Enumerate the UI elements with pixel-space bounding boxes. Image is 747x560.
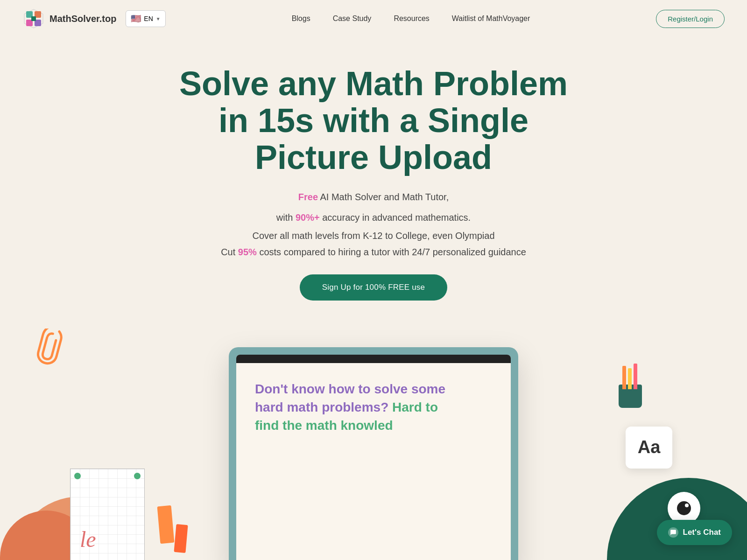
logo-link[interactable]: MathSolver.top <box>22 7 116 30</box>
nav-waitlist[interactable]: Waitlist of MathVoyager <box>452 14 530 22</box>
green-clip-2 <box>134 473 141 479</box>
chat-label: Let's Chat <box>683 528 721 537</box>
paperclip-icon <box>33 329 67 368</box>
tablet-content: Don't know how to solve some hard math p… <box>236 363 511 452</box>
message-icon <box>670 529 677 536</box>
notebook-decoration: le <box>70 469 145 560</box>
pencil-cup <box>619 385 642 408</box>
signup-button[interactable]: Sign Up for 100% FREE use <box>300 274 447 301</box>
nav-links: Blogs Case Study Resources Waitlist of M… <box>292 14 530 23</box>
aa-card: Aa <box>626 427 672 469</box>
eyeball-pupil <box>677 501 691 515</box>
cut-pct: 95% <box>238 247 257 257</box>
hero-section: Solve any Math Problem in 15s with a Sin… <box>0 37 747 319</box>
tablet-outer: Don't know how to solve some hard math p… <box>229 347 518 560</box>
navigation: MathSolver.top 🇺🇸 EN ▼ Blogs Case Study … <box>0 0 747 37</box>
hero-subtitle-free: Free AI Math Solver and Math Tutor, <box>19 189 728 204</box>
subtitle2: with <box>276 212 296 223</box>
language-selector[interactable]: 🇺🇸 EN ▼ <box>126 10 165 27</box>
chat-icon <box>668 527 678 538</box>
subtitle3: accuracy in advanced mathematics. <box>320 212 471 223</box>
cursive-text: le <box>80 526 96 552</box>
tablet-line3: find the math knowled <box>255 416 492 434</box>
hero-cut: Cut 95% costs compared to hiring a tutor… <box>19 247 728 258</box>
cut-suffix: costs compared to hiring a tutor with 24… <box>257 247 526 257</box>
cut-prefix: Cut <box>221 247 238 257</box>
notebook-grid: le <box>70 469 145 560</box>
logo-text: MathSolver.top <box>49 14 116 24</box>
hero-title: Solve any Math Problem in 15s with a Sin… <box>163 65 584 176</box>
orange-paper-2 <box>174 524 188 553</box>
nav-case-study[interactable]: Case Study <box>333 14 372 22</box>
free-highlight: Free <box>298 192 318 202</box>
pencil-red <box>634 364 637 389</box>
green-clip-1 <box>74 473 81 479</box>
accuracy-highlight: 90%+ <box>296 212 320 223</box>
paperclip-decoration <box>31 329 66 375</box>
lang-label: EN <box>144 15 153 22</box>
tablet-top-bar <box>236 355 511 363</box>
nav-blogs[interactable]: Blogs <box>292 14 310 22</box>
chat-button[interactable]: Let's Chat <box>657 520 733 545</box>
flag-icon: 🇺🇸 <box>131 14 141 24</box>
pencil-orange <box>622 366 626 389</box>
tablet-mockup: Don't know how to solve some hard math p… <box>229 347 518 560</box>
hero-desc: Cover all math levels from K-12 to Colle… <box>19 231 728 241</box>
hero-subtitle-accuracy: with 90%+ accuracy in advanced mathemati… <box>19 210 728 225</box>
logo-icon <box>22 7 45 30</box>
orange-paper-1 <box>157 505 175 543</box>
subtitle-mid: AI Math Solver and Math Tutor, <box>320 192 449 202</box>
svg-rect-5 <box>31 16 36 21</box>
register-login-button[interactable]: Register/Login <box>656 10 725 28</box>
tablet-line2: hard math problems? Hard to <box>255 398 492 416</box>
tablet-screen: Don't know how to solve some hard math p… <box>236 355 511 560</box>
tablet-line1: Don't know how to solve some <box>255 380 492 398</box>
illustration-area: le Don't know how to solve some hard mat… <box>0 329 747 560</box>
nav-resources[interactable]: Resources <box>394 14 429 22</box>
pencil-holder <box>616 385 644 422</box>
chevron-down-icon: ▼ <box>156 16 161 21</box>
pencil-yellow <box>628 368 632 389</box>
